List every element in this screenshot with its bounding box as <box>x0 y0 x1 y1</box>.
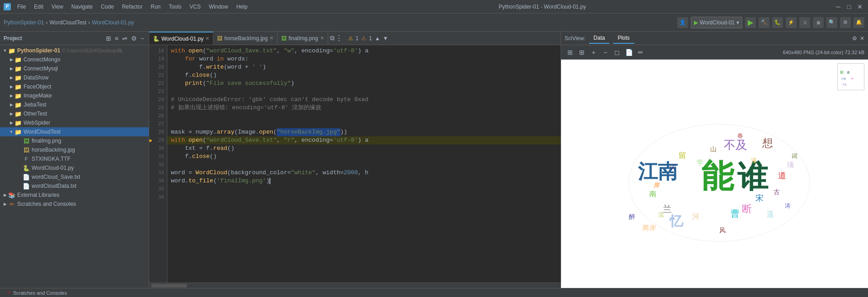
menu-file[interactable]: File <box>14 3 29 11</box>
toolbar-right: 👤 ▶ WordCloud-01 ▾ ▶ 🔨 🐛 ⚡ ⏸ ⏹ 🔍 ⚙ 🔔 <box>677 17 864 28</box>
search-button[interactable]: 🔍 <box>826 17 837 28</box>
stop-button[interactable]: ⏹ <box>813 17 824 28</box>
tab-finalimg[interactable]: 🖼 finalImg.png ✕ <box>278 32 328 45</box>
tree-item-imagemake[interactable]: ▶ 📁 ImageMake <box>0 91 149 100</box>
svg-text:古: 古 <box>774 189 780 195</box>
menu-refactor[interactable]: Refactor <box>118 3 146 11</box>
sciview-zoom-out-btn[interactable]: − <box>600 47 611 58</box>
menu-tools[interactable]: Tools <box>165 3 185 11</box>
close-button[interactable]: ✕ <box>855 2 864 11</box>
sidebar-collapse-icon[interactable]: ⊞ <box>105 34 112 43</box>
sidebar-gear-icon[interactable]: − <box>140 34 145 43</box>
tree-item-scratches[interactable]: ▶ ✏ Scratches and Consoles <box>0 200 149 209</box>
tree-item-connectmysql[interactable]: ▶ 📁 ConnectMysql <box>0 64 149 73</box>
tree-item-wordcloudtest[interactable]: ▼ 📁 WordCloudTest <box>0 127 149 136</box>
sciview-close-icon[interactable]: ✕ <box>860 35 864 42</box>
code-line-24: # UnicodeDecodeError: 'gbk' codec can't … <box>167 96 561 104</box>
code-line-29: with open("wordCloud_Save.txt", "r", enc… <box>167 136 561 144</box>
sciview-zoom-in-btn[interactable]: + <box>588 47 599 58</box>
tab-close-finalimg[interactable]: ✕ <box>320 35 324 41</box>
tree-item-wordcloudsave[interactable]: ▶ 📄 wordCloud_Save.txt <box>0 172 149 181</box>
sciview-edit-btn[interactable]: ✏ <box>635 47 646 58</box>
build-button[interactable]: 🔨 <box>759 17 769 28</box>
breadcrumb-sub[interactable]: WordCloudTest <box>49 19 86 26</box>
debug-button[interactable]: 🐛 <box>772 17 783 28</box>
menu-vcs[interactable]: VCS <box>186 3 204 11</box>
tab-close-horsebackimg[interactable]: ✕ <box>269 35 274 41</box>
line-num-26: 26 <box>149 112 167 120</box>
sidebar-header: Project ⊞ ≡ ⇌ ⚙ − <box>0 32 149 45</box>
tab-horsebackimg[interactable]: 🖼 horseBackImg.jpg ✕ <box>213 32 278 45</box>
more-run-options[interactable]: ⚡ <box>786 17 797 28</box>
menu-navigate[interactable]: Navigate <box>68 3 96 11</box>
maximize-button[interactable]: □ <box>844 2 854 11</box>
svg-text:宋: 宋 <box>755 194 764 203</box>
sidebar-tree: ▼ 📁 PythonSpider-01 C:\Users\16204\Deskt… <box>0 45 149 288</box>
menu-code[interactable]: Code <box>97 3 118 11</box>
pause-button[interactable]: ⏸ <box>799 17 810 28</box>
sciview-fit-btn[interactable]: ⊞ <box>565 47 576 58</box>
h-scroll[interactable] <box>149 283 561 288</box>
nav-down-arrow[interactable]: ▼ <box>383 35 388 42</box>
tree-item-horsebackimg[interactable]: ▶ 🖼 horseBackImg.jpg <box>0 145 149 154</box>
tree-item-connectmongo[interactable]: ▶ 📁 ConnectMongo <box>0 55 149 64</box>
tree-item-othertest[interactable]: ▶ 📁 OtherTest <box>0 109 149 118</box>
line-num-19: 19 <box>149 55 167 63</box>
sciview-page-btn[interactable]: 📄 <box>623 47 634 58</box>
line-num-30: 30 <box>149 144 167 153</box>
tab-more-icon[interactable]: ⋮ <box>335 34 343 42</box>
breadcrumb-current[interactable]: WordCloud-01.py <box>92 19 134 26</box>
sciview-grid-btn[interactable]: ⊞ <box>576 47 587 58</box>
svg-text:流: 流 <box>658 211 664 218</box>
menu-run[interactable]: Run <box>147 3 164 11</box>
tree-item-extlibs[interactable]: ▶ 📚 External Libraries <box>0 190 149 200</box>
menu-view[interactable]: View <box>48 3 67 11</box>
svg-text:遥: 遥 <box>767 210 774 218</box>
tree-item-wordcloud01py[interactable]: ▶ 🐍 WordCloud-01.py <box>0 163 149 172</box>
notifications-button[interactable]: 🔔 <box>854 17 864 28</box>
warning-icon: ⚠ <box>348 35 353 42</box>
tree-item-jiebatest[interactable]: ▶ 📁 JiebaTest <box>0 100 149 109</box>
run-button[interactable]: ▶ <box>745 17 756 28</box>
svg-text:断: 断 <box>851 77 854 80</box>
tree-item-root[interactable]: ▼ 📁 PythonSpider-01 C:\Users\16204\Deskt… <box>0 46 149 55</box>
menu-window[interactable]: Window <box>205 3 232 11</box>
tab-bar: 🐍 WordCloud-01.py ✕ 🖼 horseBackImg.jpg ✕… <box>149 32 561 45</box>
menu-help[interactable]: Help <box>233 3 251 11</box>
settings-button[interactable]: ⚙ <box>840 17 851 28</box>
sciview-tab-data[interactable]: Data <box>589 33 609 44</box>
sciview-actual-size-btn[interactable]: ◻ <box>612 47 623 58</box>
tab-wordcloud01[interactable]: 🐍 WordCloud-01.py ✕ <box>149 32 213 45</box>
code-line-35 <box>167 185 561 193</box>
run-config-dropdown[interactable]: ▶ WordCloud-01 ▾ <box>691 17 742 28</box>
breadcrumb-root[interactable]: PythonSpider-01 <box>4 19 44 26</box>
tab-close-wordcloud01[interactable]: ✕ <box>205 36 209 42</box>
tree-item-webspider[interactable]: ▶ 📁 WebSpider <box>0 118 149 127</box>
tree-item-finalimg[interactable]: ▶ 🖼 finalImg.png <box>0 136 149 145</box>
h-scroll-thumb[interactable] <box>151 284 187 288</box>
editor-content: 18 19 20 21 22 23 24 25 26 27 28 29● 30 … <box>149 45 561 283</box>
sciview-tab-plots[interactable]: Plots <box>613 33 634 44</box>
minimize-button[interactable]: ─ <box>834 2 843 11</box>
profile-button[interactable]: 👤 <box>677 17 688 28</box>
bottom-scratches[interactable]: ✏ Scratches and Consoles <box>4 290 71 296</box>
svg-text:兰: 兰 <box>663 204 672 214</box>
sciview-settings-icon[interactable]: ⚙ <box>852 35 857 42</box>
sidebar-sort-icon[interactable]: ≡ <box>114 34 119 43</box>
line-num-22: 22 <box>149 79 167 88</box>
code-line-34: word.to_file('finalImg.png') <box>167 177 561 185</box>
tree-item-faceobject[interactable]: ▶ 📁 FaceObject <box>0 82 149 91</box>
sidebar-scope-icon[interactable]: ⇌ <box>121 34 128 43</box>
code-line-30: txt = f.read() <box>167 144 561 153</box>
code-area[interactable]: with open("wordCloud_Save.txt", "w", enc… <box>167 45 561 283</box>
nav-up-arrow[interactable]: ▲ <box>375 35 380 42</box>
menu-edit[interactable]: Edit <box>30 3 47 11</box>
tree-item-datashow[interactable]: ▶ 📁 DataShow <box>0 73 149 82</box>
tab-copy-icon[interactable]: ⧉ <box>330 34 335 42</box>
svg-text:两岸: 两岸 <box>642 224 656 232</box>
tree-item-stxingka[interactable]: ▶ F STXINGKA.TTF <box>0 154 149 163</box>
error-icon: ⚠ <box>361 35 366 42</box>
tree-item-wordclouddata[interactable]: ▶ 📄 wordCloudData.txt <box>0 181 149 190</box>
sidebar-settings-icon[interactable]: ⚙ <box>130 34 138 43</box>
code-line-23 <box>167 88 561 96</box>
